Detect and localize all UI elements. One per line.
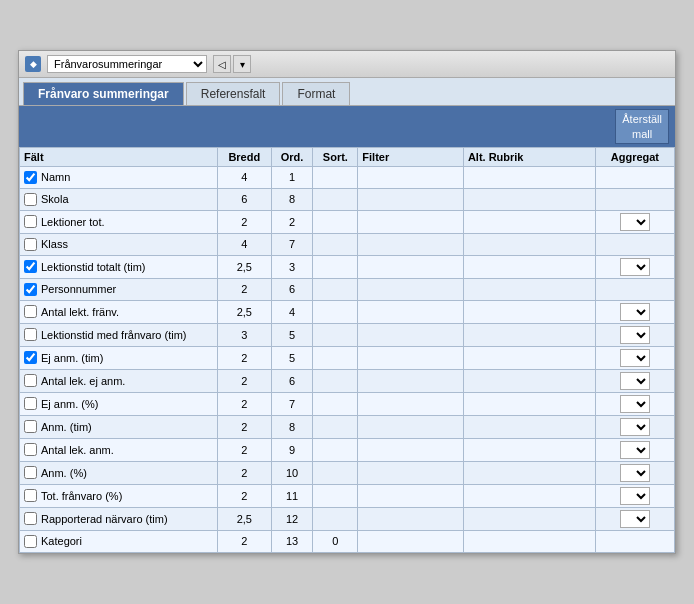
aggregat-select[interactable] <box>620 372 650 390</box>
cell-bredd: 2 <box>217 369 271 392</box>
cell-filter <box>358 188 464 210</box>
aggregat-select[interactable] <box>620 441 650 459</box>
nav-back-button[interactable]: ◁ <box>213 55 231 73</box>
cell-sort <box>313 255 358 278</box>
row-label: Antal lek. ej anm. <box>41 375 125 387</box>
cell-altrubrik <box>463 278 595 300</box>
table-row: Anm. (%)210 <box>20 461 675 484</box>
row-checkbox[interactable] <box>24 512 37 525</box>
cell-aggregat <box>595 323 674 346</box>
aggregat-select[interactable] <box>620 326 650 344</box>
cell-bredd: 2,5 <box>217 255 271 278</box>
row-checkbox[interactable] <box>24 397 37 410</box>
row-label: Anm. (%) <box>41 467 87 479</box>
aggregat-select[interactable] <box>620 418 650 436</box>
content-area: Återställ mall Fält Bredd Ord. Sort. Fil… <box>19 106 675 553</box>
cell-altrubrik <box>463 166 595 188</box>
cell-sort <box>313 461 358 484</box>
cell-ord: 10 <box>271 461 313 484</box>
header-filter: Filter <box>358 147 464 166</box>
table-row: Antal lekt. fränv.2,54 <box>20 300 675 323</box>
cell-ord: 7 <box>271 392 313 415</box>
cell-bredd: 2 <box>217 438 271 461</box>
cell-aggregat <box>595 507 674 530</box>
nav-dropdown-button[interactable]: ▾ <box>233 55 251 73</box>
aggregat-select[interactable] <box>620 487 650 505</box>
aggregat-select[interactable] <box>620 213 650 231</box>
cell-altrubrik <box>463 233 595 255</box>
fields-table: Fält Bredd Ord. Sort. Filter Alt. Rubrik… <box>19 147 675 553</box>
tab-referensfalt[interactable]: Referensfalt <box>186 82 281 105</box>
aggregat-select[interactable] <box>620 464 650 482</box>
tab-format[interactable]: Format <box>282 82 350 105</box>
aggregat-select[interactable] <box>620 258 650 276</box>
title-select[interactable]: Frånvarosummeringar <box>47 55 207 73</box>
cell-falt: Personnummer <box>20 278 218 300</box>
title-bar-buttons: ◁ ▾ <box>213 55 251 73</box>
cell-filter <box>358 415 464 438</box>
cell-sort <box>313 346 358 369</box>
cell-aggregat <box>595 278 674 300</box>
cell-ord: 6 <box>271 369 313 392</box>
table-row: Kategori2130 <box>20 530 675 552</box>
row-checkbox[interactable] <box>24 283 37 296</box>
row-checkbox[interactable] <box>24 420 37 433</box>
toolbar-row: Återställ mall <box>19 106 675 147</box>
row-checkbox[interactable] <box>24 171 37 184</box>
row-label: Namn <box>41 171 70 183</box>
cell-altrubrik <box>463 300 595 323</box>
aggregat-select[interactable] <box>620 395 650 413</box>
cell-bredd: 2 <box>217 415 271 438</box>
aggregat-select[interactable] <box>620 349 650 367</box>
row-checkbox[interactable] <box>24 238 37 251</box>
row-checkbox[interactable] <box>24 193 37 206</box>
row-checkbox[interactable] <box>24 489 37 502</box>
cell-bredd: 6 <box>217 188 271 210</box>
row-label: Tot. frånvaro (%) <box>41 490 122 502</box>
cell-sort <box>313 188 358 210</box>
table-row: Tot. frånvaro (%)211 <box>20 484 675 507</box>
cell-sort: 0 <box>313 530 358 552</box>
cell-altrubrik <box>463 530 595 552</box>
header-ord: Ord. <box>271 147 313 166</box>
row-checkbox[interactable] <box>24 466 37 479</box>
row-checkbox[interactable] <box>24 351 37 364</box>
cell-filter <box>358 166 464 188</box>
cell-sort <box>313 415 358 438</box>
aggregat-select[interactable] <box>620 510 650 528</box>
row-checkbox[interactable] <box>24 374 37 387</box>
cell-bredd: 2 <box>217 346 271 369</box>
tab-franvaro-summeringar[interactable]: Frånvaro summeringar <box>23 82 184 105</box>
row-checkbox[interactable] <box>24 260 37 273</box>
cell-ord: 2 <box>271 210 313 233</box>
cell-bredd: 2 <box>217 461 271 484</box>
cell-sort <box>313 166 358 188</box>
cell-bredd: 2 <box>217 278 271 300</box>
header-altrubrik: Alt. Rubrik <box>463 147 595 166</box>
row-checkbox[interactable] <box>24 535 37 548</box>
cell-filter <box>358 530 464 552</box>
table-row: Anm. (tim)28 <box>20 415 675 438</box>
cell-altrubrik <box>463 461 595 484</box>
cell-filter <box>358 346 464 369</box>
cell-sort <box>313 507 358 530</box>
row-label: Kategori <box>41 535 82 547</box>
cell-aggregat <box>595 255 674 278</box>
cell-sort <box>313 300 358 323</box>
cell-ord: 6 <box>271 278 313 300</box>
header-bredd: Bredd <box>217 147 271 166</box>
table-row: Lektioner tot.22 <box>20 210 675 233</box>
reset-button[interactable]: Återställ mall <box>615 109 669 144</box>
cell-aggregat <box>595 166 674 188</box>
row-checkbox[interactable] <box>24 305 37 318</box>
aggregat-select[interactable] <box>620 303 650 321</box>
row-checkbox[interactable] <box>24 443 37 456</box>
cell-sort <box>313 484 358 507</box>
cell-filter <box>358 300 464 323</box>
row-checkbox[interactable] <box>24 328 37 341</box>
cell-aggregat <box>595 415 674 438</box>
row-checkbox[interactable] <box>24 215 37 228</box>
table-row: Ej anm. (tim)25 <box>20 346 675 369</box>
cell-altrubrik <box>463 438 595 461</box>
cell-bredd: 3 <box>217 323 271 346</box>
